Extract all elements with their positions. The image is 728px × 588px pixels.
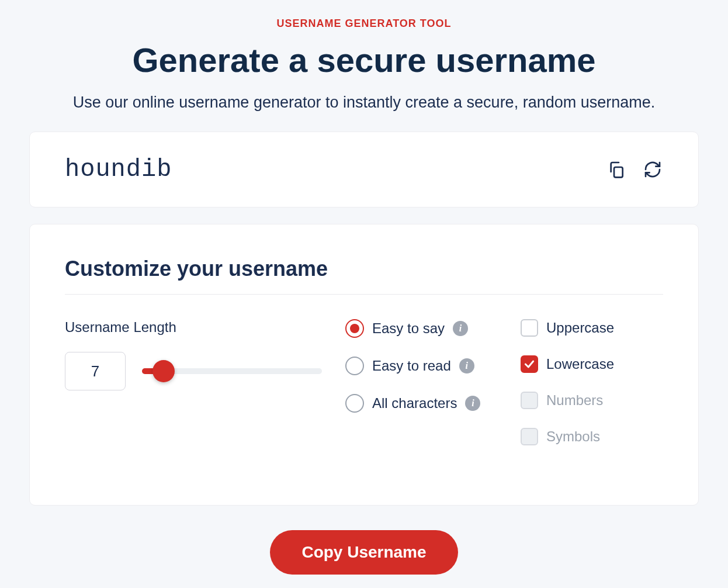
radio-all-characters[interactable]: All characters i	[345, 394, 497, 413]
radio-icon	[345, 394, 364, 413]
length-slider[interactable]	[142, 368, 322, 374]
checkbox-label: Uppercase	[546, 320, 614, 336]
checkbox-uppercase[interactable]: Uppercase	[521, 319, 663, 337]
slider-thumb-icon[interactable]	[152, 360, 175, 382]
length-input[interactable]	[65, 352, 126, 390]
svg-rect-0	[614, 167, 623, 177]
radio-label: Easy to say	[372, 320, 445, 337]
radio-easy-to-read[interactable]: Easy to read i	[345, 357, 497, 375]
checkbox-lowercase[interactable]: Lowercase	[521, 355, 663, 373]
radio-icon	[345, 319, 364, 338]
copy-icon[interactable]	[606, 159, 627, 180]
checkbox-label: Numbers	[546, 392, 603, 409]
radio-label: Easy to read	[372, 358, 451, 374]
info-icon[interactable]: i	[465, 396, 480, 411]
checkbox-icon	[521, 428, 538, 445]
regenerate-icon[interactable]	[642, 159, 663, 180]
checkbox-icon	[521, 392, 538, 409]
customize-title: Customize your username	[65, 257, 663, 295]
checkbox-icon	[521, 355, 538, 373]
length-label: Username Length	[65, 319, 322, 335]
radio-icon	[345, 357, 364, 375]
generated-username: houndib	[65, 155, 172, 184]
radio-easy-to-say[interactable]: Easy to say i	[345, 319, 497, 338]
customize-card: Customize your username Username Length …	[29, 224, 699, 506]
page-subtitle: Use our online username generator to ins…	[29, 94, 699, 112]
username-output-card: houndib	[29, 132, 699, 207]
eyebrow-label: USERNAME GENERATOR TOOL	[29, 18, 699, 30]
radio-label: All characters	[372, 395, 457, 411]
info-icon[interactable]: i	[459, 358, 474, 373]
page-title: Generate a secure username	[29, 40, 699, 79]
checkbox-numbers: Numbers	[521, 392, 663, 409]
info-icon[interactable]: i	[453, 321, 468, 336]
checkbox-symbols: Symbols	[521, 428, 663, 445]
checkbox-label: Symbols	[546, 428, 600, 445]
copy-username-button[interactable]: Copy Username	[270, 530, 457, 575]
checkbox-label: Lowercase	[546, 356, 614, 372]
checkbox-icon	[521, 319, 538, 337]
